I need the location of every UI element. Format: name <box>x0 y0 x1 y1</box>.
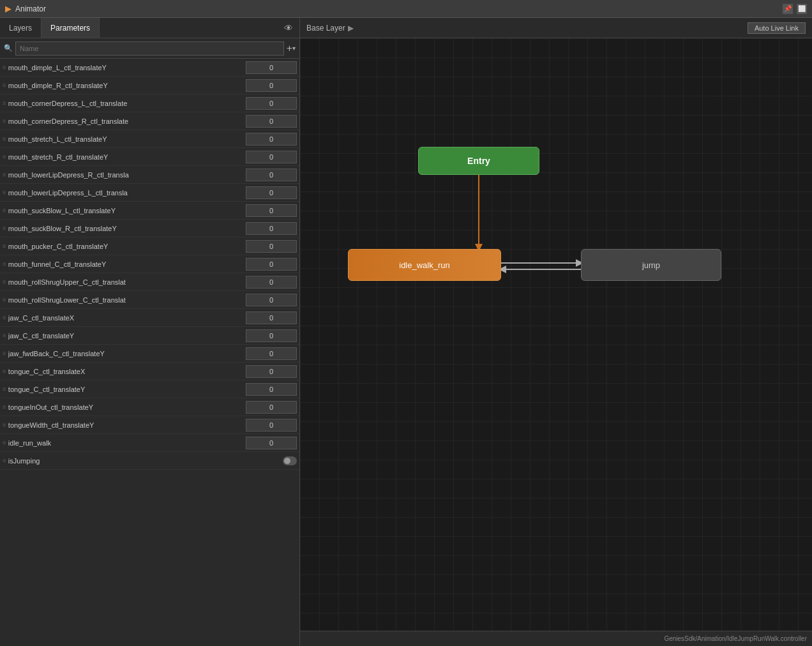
param-row: ≡tongueInOut_ctl_translateY <box>0 398 299 416</box>
breadcrumb: Base Layer ▶ <box>306 24 356 33</box>
param-value-input[interactable] <box>246 204 297 217</box>
param-name: mouth_stretch_L_ctl_translateY <box>8 135 246 143</box>
graph-header: Base Layer ▶ Auto Live Link <box>300 18 812 38</box>
param-value-input[interactable] <box>246 115 297 128</box>
param-row: ≡mouth_suckBlow_L_ctl_translateY <box>0 202 299 220</box>
drag-handle[interactable]: ≡ <box>3 439 6 446</box>
param-row: ≡mouth_suckBlow_R_ctl_translateY <box>0 220 299 237</box>
param-name: tongue_C_ctl_translateX <box>8 368 246 375</box>
node-idle-walk-run[interactable]: idle_walk_run <box>348 249 501 281</box>
title-bar-controls: 📌 ⬜ <box>783 4 807 14</box>
title-bar: ▶ Animator 📌 ⬜ <box>0 0 812 18</box>
param-value-input[interactable] <box>246 186 297 199</box>
param-name: mouth_pucker_C_ctl_translateY <box>8 243 246 250</box>
param-row: ≡mouth_dimple_L_ctl_translateY <box>0 59 299 77</box>
drag-handle[interactable]: ≡ <box>3 278 6 285</box>
param-row: ≡tongue_C_ctl_translateX <box>0 363 299 380</box>
param-value-input[interactable] <box>246 97 297 110</box>
drag-handle[interactable]: ≡ <box>3 403 6 410</box>
param-value-input[interactable] <box>246 401 297 414</box>
drag-handle[interactable]: ≡ <box>3 171 6 178</box>
param-name: mouth_lowerLipDepress_L_ctl_transla <box>8 189 246 197</box>
drag-handle[interactable]: ≡ <box>3 207 6 214</box>
drag-handle[interactable]: ≡ <box>3 296 6 303</box>
param-value-input[interactable] <box>246 79 297 92</box>
param-value-input[interactable] <box>246 133 297 146</box>
tab-layers[interactable]: Layers <box>0 18 41 38</box>
param-name: mouth_cornerDepress_R_ctl_translate <box>8 117 246 125</box>
animator-icon: ▶ <box>5 4 11 13</box>
drag-handle[interactable]: ≡ <box>3 368 6 375</box>
graph-canvas[interactable]: Entry idle_walk_run jump <box>300 38 812 631</box>
drag-handle[interactable]: ≡ <box>3 100 6 107</box>
param-row: ≡isJumping <box>0 452 299 470</box>
drag-handle[interactable]: ≡ <box>3 189 6 196</box>
params-list: ≡mouth_dimple_L_ctl_translateY≡mouth_dim… <box>0 59 299 646</box>
param-name: jaw_C_ctl_translateY <box>8 332 246 340</box>
drag-handle[interactable]: ≡ <box>3 153 6 160</box>
param-name: jaw_fwdBack_C_ctl_translateY <box>8 350 246 357</box>
param-value-input[interactable] <box>246 437 297 449</box>
param-row: ≡mouth_stretch_L_ctl_translateY <box>0 130 299 148</box>
drag-handle[interactable]: ≡ <box>3 457 6 464</box>
param-name: mouth_cornerDepress_L_ctl_translate <box>8 100 246 107</box>
search-input[interactable] <box>15 41 284 56</box>
auto-live-link-button[interactable]: Auto Live Link <box>748 22 806 34</box>
maximize-button[interactable]: ⬜ <box>797 4 807 14</box>
param-row: ≡jaw_C_ctl_translateY <box>0 327 299 345</box>
add-button[interactable]: + ▾ <box>287 43 296 54</box>
param-value-input[interactable] <box>246 419 297 432</box>
status-bar: GeniesSdk/Animation/IdleJumpRunWalk.cont… <box>300 631 812 646</box>
node-jump[interactable]: jump <box>581 249 721 281</box>
param-toggle[interactable] <box>283 456 297 465</box>
search-bar: 🔍 + ▾ <box>0 38 299 59</box>
eye-icon[interactable]: 👁 <box>278 23 299 33</box>
param-value-input[interactable] <box>246 347 297 360</box>
param-value-input[interactable] <box>246 240 297 253</box>
param-row: ≡mouth_funnel_C_ctl_translateY <box>0 255 299 273</box>
param-row: ≡idle_run_walk <box>0 434 299 452</box>
drag-handle[interactable]: ≡ <box>3 225 6 232</box>
param-row: ≡mouth_pucker_C_ctl_translateY <box>0 237 299 255</box>
param-value-input[interactable] <box>246 276 297 289</box>
param-value-input[interactable] <box>246 169 297 181</box>
drag-handle[interactable]: ≡ <box>3 64 6 71</box>
param-name: mouth_funnel_C_ctl_translateY <box>8 260 246 268</box>
graph-arrows <box>300 38 812 631</box>
drag-handle[interactable]: ≡ <box>3 117 6 124</box>
param-value-input[interactable] <box>246 312 297 324</box>
param-row: ≡mouth_cornerDepress_R_ctl_translate <box>0 112 299 130</box>
param-row: ≡mouth_dimple_R_ctl_translateY <box>0 77 299 94</box>
drag-handle[interactable]: ≡ <box>3 243 6 250</box>
param-name: mouth_suckBlow_R_ctl_translateY <box>8 225 246 232</box>
param-value-input[interactable] <box>246 258 297 271</box>
param-value-input[interactable] <box>246 294 297 306</box>
param-row: ≡jaw_fwdBack_C_ctl_translateY <box>0 345 299 363</box>
pin-button[interactable]: 📌 <box>783 4 793 14</box>
drag-handle[interactable]: ≡ <box>3 332 6 339</box>
param-name: mouth_dimple_L_ctl_translateY <box>8 64 246 71</box>
param-name: isJumping <box>8 457 283 465</box>
param-row: ≡mouth_lowerLipDepress_R_ctl_transla <box>0 166 299 184</box>
drag-handle[interactable]: ≡ <box>3 260 6 267</box>
drag-handle[interactable]: ≡ <box>3 386 6 393</box>
param-name: mouth_rollShrugLower_C_ctl_translat <box>8 296 246 304</box>
node-entry[interactable]: Entry <box>418 147 539 175</box>
drag-handle[interactable]: ≡ <box>3 82 6 89</box>
breadcrumb-arrow: ▶ <box>348 24 354 33</box>
param-value-input[interactable] <box>246 383 297 396</box>
param-value-input[interactable] <box>246 329 297 342</box>
drag-handle[interactable]: ≡ <box>3 350 6 357</box>
param-value-input[interactable] <box>246 151 297 163</box>
param-row: ≡mouth_lowerLipDepress_L_ctl_transla <box>0 184 299 202</box>
param-value-input[interactable] <box>246 365 297 378</box>
param-row: ≡mouth_stretch_R_ctl_translateY <box>0 148 299 166</box>
drag-handle[interactable]: ≡ <box>3 314 6 321</box>
drag-handle[interactable]: ≡ <box>3 135 6 142</box>
param-value-input[interactable] <box>246 222 297 235</box>
tab-parameters[interactable]: Parameters <box>41 18 100 38</box>
search-icon: 🔍 <box>4 44 13 52</box>
drag-handle[interactable]: ≡ <box>3 421 6 428</box>
param-row: ≡mouth_cornerDepress_L_ctl_translate <box>0 94 299 112</box>
param-value-input[interactable] <box>246 61 297 74</box>
